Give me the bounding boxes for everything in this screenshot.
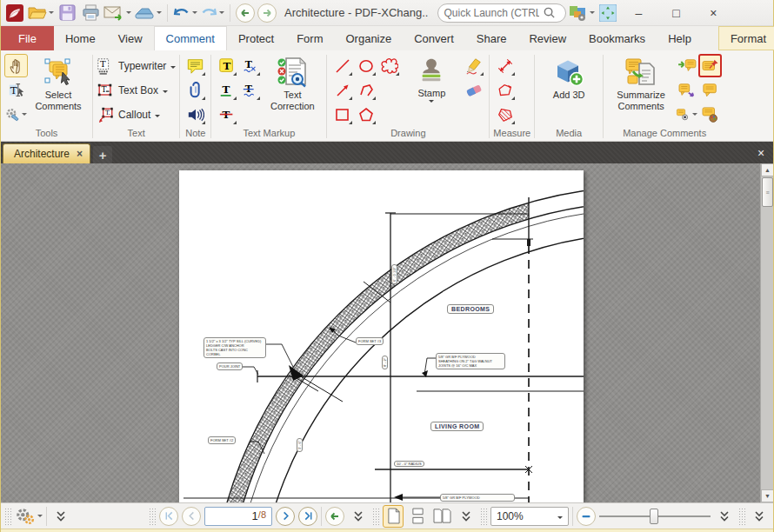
- tab-comment[interactable]: Comment: [154, 26, 227, 50]
- move-comment-button[interactable]: [675, 78, 698, 102]
- highlight-text-button[interactable]: T: [215, 54, 238, 77]
- tool-settings-button[interactable]: [4, 103, 28, 126]
- tab-organize[interactable]: Organize: [334, 26, 403, 50]
- rectangle-tool-button[interactable]: [330, 103, 354, 126]
- layout-options-button[interactable]: [456, 506, 477, 527]
- tab-help[interactable]: Help: [657, 26, 703, 50]
- text-box-button[interactable]: T Text Box: [97, 78, 168, 103]
- sticky-note-button[interactable]: [183, 54, 207, 77]
- select-text-tool-button[interactable]: T: [4, 78, 28, 102]
- zoom-slider-handle[interactable]: [650, 509, 658, 524]
- previous-page-button[interactable]: [182, 507, 201, 526]
- stamp-caret[interactable]: [429, 100, 434, 105]
- open-button[interactable]: [28, 3, 54, 23]
- quick-launch-input[interactable]: [444, 7, 539, 19]
- text-box-caret[interactable]: [163, 90, 168, 96]
- facing-pages-layout-button[interactable]: [431, 505, 452, 528]
- zoom-options-button[interactable]: [714, 506, 735, 527]
- tab-protect[interactable]: Protect: [227, 26, 285, 50]
- eraser-tool-button[interactable]: [462, 78, 485, 102]
- polygon-line-tool-button[interactable]: [354, 78, 377, 102]
- typewriter-button[interactable]: T Typewriter: [97, 54, 176, 78]
- scan-dropdown-caret[interactable]: [157, 11, 162, 17]
- strikeout-text-button[interactable]: T: [215, 103, 238, 126]
- comment-list-button[interactable]: [698, 78, 722, 102]
- open-dropdown-caret[interactable]: [49, 11, 54, 17]
- save-button[interactable]: [57, 3, 77, 23]
- scrollbar-thumb[interactable]: ≡: [762, 177, 773, 207]
- page-number-input[interactable]: 1/8: [204, 507, 272, 526]
- add-3d-button[interactable]: Add 3D: [538, 54, 599, 101]
- sound-annotation-button[interactable]: [183, 103, 207, 126]
- show-comments-caret[interactable]: [692, 113, 697, 118]
- minimize-button[interactable]: –: [621, 2, 656, 24]
- ui-options-button[interactable]: [569, 3, 595, 23]
- close-document-button[interactable]: ×: [749, 146, 773, 160]
- tool-settings-caret[interactable]: [22, 113, 27, 118]
- tab-bookmarks[interactable]: Bookmarks: [577, 26, 657, 50]
- email-button[interactable]: [103, 3, 131, 23]
- area-tool-button[interactable]: [493, 103, 517, 126]
- undo-button[interactable]: [173, 3, 197, 23]
- redo-button[interactable]: [200, 3, 224, 23]
- replace-text-button[interactable]: T: [238, 78, 262, 102]
- callout-button[interactable]: T. Callout: [97, 103, 160, 127]
- email-dropdown-caret[interactable]: [126, 11, 131, 17]
- undo-dropdown-caret[interactable]: [192, 11, 197, 17]
- status-settings-button[interactable]: [15, 506, 43, 527]
- attach-file-button[interactable]: [183, 78, 207, 102]
- polygon-tool-button[interactable]: [354, 103, 377, 126]
- distance-tool-button[interactable]: [493, 54, 517, 77]
- arrow-tool-button[interactable]: [330, 78, 354, 102]
- more-tools-button[interactable]: [749, 506, 770, 527]
- next-comment-button[interactable]: [675, 54, 698, 77]
- view-history-expand-button[interactable]: [348, 506, 369, 527]
- tab-convert[interactable]: Convert: [403, 26, 465, 50]
- previous-view-button[interactable]: [325, 507, 344, 526]
- next-page-button[interactable]: [276, 507, 295, 526]
- ui-options-dropdown-caret[interactable]: [590, 11, 595, 17]
- tab-format[interactable]: Format: [718, 26, 774, 50]
- tab-home[interactable]: Home: [54, 26, 107, 50]
- scroll-down-button[interactable]: ▼: [761, 489, 773, 502]
- zoom-out-button[interactable]: [577, 507, 596, 526]
- tab-view[interactable]: View: [107, 26, 154, 50]
- fullscreen-button[interactable]: [597, 3, 618, 23]
- maximize-button[interactable]: □: [658, 2, 693, 24]
- quick-launch-box[interactable]: [437, 3, 566, 23]
- pencil-tool-button[interactable]: [462, 54, 485, 77]
- select-comments-button[interactable]: Select Comments: [28, 54, 89, 112]
- history-back-button[interactable]: [236, 3, 255, 23]
- callout-caret[interactable]: [155, 115, 160, 120]
- zoom-level-select[interactable]: 100%: [490, 507, 569, 526]
- history-forward-button[interactable]: [257, 3, 277, 23]
- document-tab-architecture[interactable]: Architecture ×: [3, 143, 90, 163]
- continuous-layout-button[interactable]: [407, 505, 428, 528]
- tab-file[interactable]: File: [1, 26, 54, 50]
- comment-styles-button[interactable]: [698, 103, 722, 126]
- line-tool-button[interactable]: [330, 54, 354, 77]
- vertical-scrollbar[interactable]: ▲ ≡ ▼: [760, 163, 773, 502]
- oval-tool-button[interactable]: [354, 54, 377, 77]
- underline-text-button[interactable]: T: [215, 78, 238, 102]
- tab-review[interactable]: Review: [517, 26, 577, 50]
- single-page-layout-button[interactable]: [383, 505, 404, 528]
- last-page-button[interactable]: [298, 507, 317, 526]
- pdf-page[interactable]: BEDROOMS LIVING ROOM 1 1/2" x 3 1/2" TYP…: [179, 170, 584, 502]
- status-settings-caret[interactable]: [37, 515, 43, 520]
- new-tab-button[interactable]: +: [93, 146, 112, 163]
- tab-share[interactable]: Share: [465, 26, 518, 50]
- tab-form[interactable]: Form: [285, 26, 334, 50]
- hand-tool-button[interactable]: [4, 54, 28, 77]
- squiggly-underline-button[interactable]: T: [238, 54, 262, 77]
- summarize-comments-button[interactable]: Summarize Comments: [607, 54, 675, 112]
- cloud-tool-button[interactable]: [377, 54, 401, 77]
- keep-tool-selected-button[interactable]: [698, 54, 722, 77]
- expand-toolbar-button[interactable]: [50, 506, 71, 527]
- print-button[interactable]: [80, 3, 101, 23]
- scan-button[interactable]: [134, 3, 162, 23]
- typewriter-caret[interactable]: [170, 66, 176, 71]
- zoom-slider[interactable]: [599, 507, 711, 526]
- close-window-button[interactable]: ×: [696, 2, 731, 24]
- document-canvas[interactable]: BEDROOMS LIVING ROOM 1 1/2" x 3 1/2" TYP…: [1, 163, 773, 502]
